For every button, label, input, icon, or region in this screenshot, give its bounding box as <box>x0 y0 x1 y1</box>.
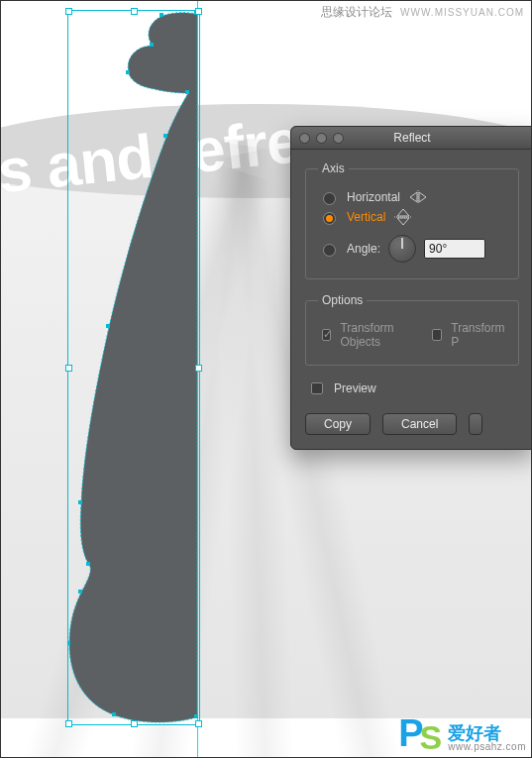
axis-horizontal-radio[interactable] <box>323 192 336 205</box>
bbox-handle-mr[interactable] <box>195 365 202 372</box>
axis-group: Axis Horizontal Vertical <box>305 162 519 279</box>
dialog-titlebar[interactable]: Reflect <box>291 127 532 150</box>
axis-angle-label: Angle: <box>347 242 380 256</box>
axis-angle-row: Angle: <box>318 235 506 263</box>
angle-input[interactable] <box>424 239 485 259</box>
transform-objects-checkbox[interactable] <box>322 329 331 341</box>
transform-patterns-checkbox[interactable] <box>432 329 443 341</box>
axis-horizontal-label: Horizontal <box>347 190 400 204</box>
copy-button[interactable]: Copy <box>305 413 371 435</box>
dialog-title: Reflect <box>291 131 532 145</box>
ps-logo-icon: PS <box>398 714 442 752</box>
bbox-handle-bl[interactable] <box>65 720 72 727</box>
bbox-handle-tr[interactable] <box>195 8 202 15</box>
dialog-button-row: Copy Cancel <box>305 413 519 435</box>
preview-label: Preview <box>334 381 376 395</box>
bbox-handle-tl[interactable] <box>65 8 72 15</box>
axis-legend: Axis <box>318 162 349 175</box>
flip-vertical-icon <box>393 209 413 225</box>
watermark-bottom: PS 爱好者 www.psahz.com <box>398 714 526 752</box>
selection-bounding-box[interactable] <box>67 10 200 725</box>
axis-vertical-radio[interactable] <box>323 212 336 225</box>
cancel-button[interactable]: Cancel <box>382 413 457 435</box>
preview-checkbox[interactable] <box>311 382 323 394</box>
ok-button[interactable] <box>469 413 482 435</box>
watermark-bottom-cn: 爱好者 <box>448 724 526 742</box>
bbox-handle-tm[interactable] <box>131 8 138 15</box>
bbox-handle-bm[interactable] <box>131 720 138 727</box>
flip-horizontal-icon <box>408 189 428 205</box>
transform-patterns-label: Transform P <box>451 321 506 349</box>
watermark-top: 思缘设计论坛 WWW.MISSYUAN.COM <box>321 4 524 21</box>
transform-patterns-row[interactable]: Transform P <box>428 321 506 349</box>
bbox-handle-ml[interactable] <box>65 365 72 372</box>
axis-angle-radio[interactable] <box>323 244 336 257</box>
preview-row[interactable]: Preview <box>307 379 519 397</box>
options-legend: Options <box>318 293 367 307</box>
angle-dial[interactable] <box>388 235 416 263</box>
watermark-bottom-url: www.psahz.com <box>448 742 526 752</box>
watermark-top-text: 思缘设计论坛 <box>321 4 392 21</box>
options-group: Options Transform Objects Transform P <box>305 293 519 366</box>
transform-objects-label: Transform Objects <box>340 321 411 349</box>
reflect-dialog: Reflect Axis Horizontal Vertical <box>290 126 532 450</box>
axis-horizontal-row[interactable]: Horizontal <box>318 189 506 205</box>
bbox-handle-br[interactable] <box>195 720 202 727</box>
artboard-canvas: us and refres <box>0 0 532 758</box>
watermark-top-url: WWW.MISSYUAN.COM <box>400 7 524 18</box>
axis-vertical-label: Vertical <box>347 210 385 224</box>
axis-vertical-row[interactable]: Vertical <box>318 209 506 225</box>
transform-objects-row[interactable]: Transform Objects <box>318 321 412 349</box>
